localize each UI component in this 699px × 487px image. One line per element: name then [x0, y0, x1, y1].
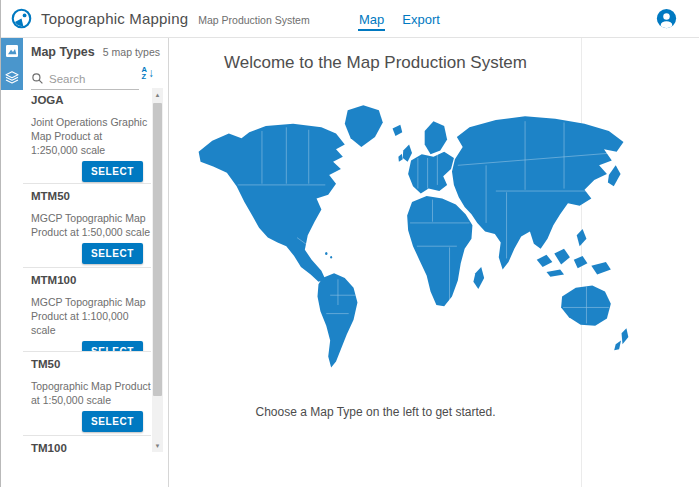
list-scrollbar[interactable]: ▲ ▼ [152, 88, 163, 452]
map-type-description: Joint Operations Graphic Map Product at … [31, 115, 151, 157]
tool-strip [1, 38, 23, 90]
map-type-name: MTM50 [31, 190, 151, 203]
map-type-name: TM100 [31, 442, 151, 455]
scroll-up-arrow-icon[interactable]: ▲ [152, 88, 163, 101]
app-title: Topographic Mapping [41, 10, 188, 27]
map-type-description: Topographic Map Product at 1:50,000 scal… [31, 379, 151, 407]
list-item-joga[interactable]: JOGA Joint Operations Graphic Map Produc… [23, 88, 151, 184]
user-avatar-icon[interactable] [656, 8, 677, 29]
select-button[interactable]: SELECT [82, 161, 143, 182]
layers-icon[interactable] [1, 64, 23, 90]
app-window: Topographic Mapping Map Production Syste… [0, 0, 699, 487]
map-types-count: 5 map types [103, 46, 160, 58]
list-item-tm50[interactable]: TM50 Topographic Map Product at 1:50,000… [23, 352, 151, 436]
search-input[interactable] [49, 73, 129, 85]
list-item-mtm100[interactable]: MTM100 MGCP Topographic Map Product at 1… [23, 268, 151, 352]
map-type-name: TM50 [31, 358, 151, 371]
world-map-image [184, 93, 642, 381]
map-type-name: MTM100 [31, 274, 151, 287]
search-box [31, 68, 139, 90]
nav-tab-map[interactable]: Map [358, 3, 385, 36]
map-type-name: JOGA [31, 94, 151, 107]
nav-tab-export[interactable]: Export [401, 3, 441, 36]
welcome-title: Welcome to the Map Production System [170, 53, 581, 73]
map-type-description: MGCP Topographic Map Product at 1:50,000… [31, 211, 151, 239]
map-type-description: MGCP Topographic Map Product at 1:100,00… [31, 295, 151, 337]
scroll-down-arrow-icon[interactable]: ▼ [152, 439, 163, 452]
panel-header: Map Types 5 map types [23, 38, 168, 62]
select-button[interactable]: SELECT [82, 411, 143, 432]
search-icon [31, 72, 44, 85]
list-item-tm100[interactable]: TM100 [23, 436, 151, 456]
sort-az-icon[interactable]: AZ↓ [142, 66, 154, 80]
panel-title: Map Types [31, 45, 95, 59]
welcome-panel: Welcome to the Map Production System [170, 38, 581, 487]
map-type-list: JOGA Joint Operations Graphic Map Produc… [23, 88, 151, 456]
app-subtitle: Map Production System [198, 11, 309, 26]
scrollbar-thumb[interactable] [153, 103, 162, 396]
list-item-mtm50[interactable]: MTM50 MGCP Topographic Map Product at 1:… [23, 184, 151, 268]
select-button[interactable]: SELECT [82, 243, 143, 264]
app-header: Topographic Mapping Map Production Syste… [1, 0, 699, 38]
get-started-caption: Choose a Map Type on the left to get sta… [170, 405, 581, 419]
top-nav: Map Export [358, 0, 441, 38]
map-types-panel: Map Types 5 map types AZ↓ JOGA Joint Ope… [1, 38, 169, 487]
select-button[interactable]: SELECT [82, 341, 143, 352]
globe-logo-icon [11, 8, 32, 29]
map-products-icon[interactable] [1, 38, 23, 64]
